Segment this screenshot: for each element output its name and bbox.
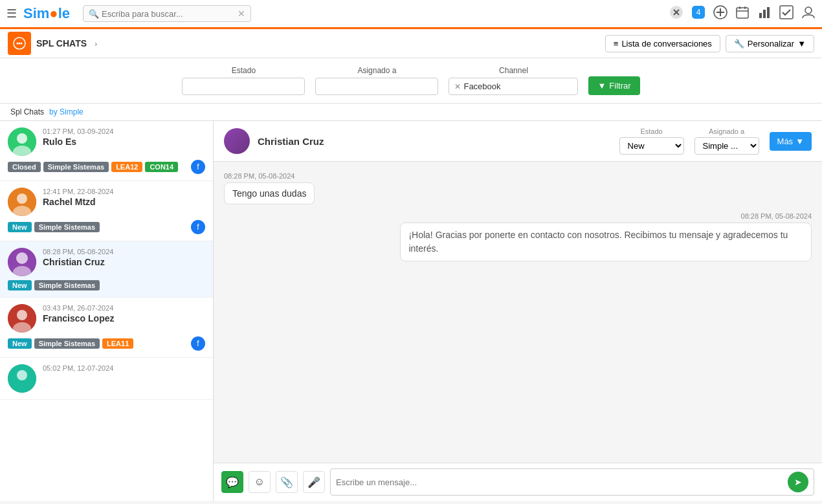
tag-simple-rachel: Simple Sistemas xyxy=(34,222,100,232)
tag-lea12: LEA12 xyxy=(111,162,142,172)
message-1: 08:28 PM, 05-08-2024 Tengo unas dudas xyxy=(224,172,315,204)
filter-icon: ▼ xyxy=(597,81,606,91)
search-input[interactable] xyxy=(102,9,238,19)
chat-time-5: 05:02 PM, 12-07-2024 xyxy=(43,364,205,372)
svg-point-34 xyxy=(17,370,27,380)
chat-time-francisco: 03:43 PM, 26-07-2024 xyxy=(43,304,205,312)
x-circle-icon[interactable] xyxy=(669,5,683,23)
lista-conversaciones-button[interactable]: ≡ Lista de conversaciones xyxy=(605,35,720,52)
spl-chats-link[interactable]: Spl Chats xyxy=(10,107,44,116)
message-tool-button[interactable]: 💬 xyxy=(221,471,243,493)
estado-control-group: Estado New xyxy=(619,127,684,155)
chat-tags-francisco: New Simple Sistemas LEA11 f xyxy=(8,336,205,351)
msg-bubble-1: Tengo unas dudas xyxy=(224,182,315,204)
svg-point-31 xyxy=(17,310,27,320)
chat-tags-rulo: Closed Simple Sistemas LEA12 CON14 f xyxy=(8,160,205,174)
chat-item-5[interactable]: 05:02 PM, 12-07-2024 xyxy=(0,358,213,400)
badge-4-icon[interactable]: 4 xyxy=(691,5,705,23)
avatar-5 xyxy=(8,364,36,393)
chat-time-rachel: 12:41 PM, 22-08-2024 xyxy=(43,188,205,195)
wrench-icon: 🔧 xyxy=(734,39,744,49)
chat-name-rulo: Rulo Es xyxy=(43,137,205,147)
chat-input-area[interactable]: ➤ xyxy=(330,468,814,496)
hamburger-icon[interactable]: ☰ xyxy=(6,6,17,21)
chat-item-rulo[interactable]: 01:27 PM, 03-09-2024 Rulo Es Closed Simp… xyxy=(0,121,213,181)
logo-dot: ● xyxy=(49,5,58,22)
chat-tags-christian: New Simple Sistemas xyxy=(8,280,205,290)
send-button[interactable]: ➤ xyxy=(788,472,808,492)
mic-tool-icon: 🎤 xyxy=(307,476,320,488)
channel-tag[interactable]: ✕ Facebook xyxy=(449,78,578,95)
mic-tool-button[interactable]: 🎤 xyxy=(303,471,325,493)
chat-item-francisco[interactable]: 03:43 PM, 26-07-2024 Francisco Lopez New… xyxy=(0,298,213,358)
breadcrumb-arrow-icon: › xyxy=(94,39,97,49)
asignado-control-group: Asignado a Simple ... xyxy=(694,127,759,155)
checkmark-icon[interactable] xyxy=(779,5,794,23)
tag-simple-francisco: Simple Sistemas xyxy=(34,338,100,349)
chat-meta-francisco: 03:43 PM, 26-07-2024 Francisco Lopez xyxy=(43,304,205,323)
tag-new-rachel: New xyxy=(8,222,32,232)
chat-name-francisco: Francisco Lopez xyxy=(43,313,205,323)
filtrar-button[interactable]: ▼ Filtrar xyxy=(588,76,639,95)
msg-time-2: 08:28 PM, 05-08-2024 xyxy=(400,212,812,220)
mas-dropdown-icon: ▼ xyxy=(795,137,804,146)
tag-new-christian: New xyxy=(8,280,32,290)
calendar-icon[interactable] xyxy=(735,5,750,23)
detail-avatar xyxy=(224,128,250,154)
breadcrumb: SPL CHATS xyxy=(36,38,87,49)
logo: Sim●le xyxy=(23,5,70,22)
dropdown-arrow-icon: ▼ xyxy=(797,39,806,49)
channel-label: Channel xyxy=(449,66,578,75)
emoji-tool-button[interactable]: ☺ xyxy=(249,471,271,493)
chat-toolbar: 💬 ☺ 📎 🎤 ➤ xyxy=(214,463,822,501)
estado-select[interactable]: New xyxy=(619,137,684,155)
chat-tags-rachel: New Simple Sistemas f xyxy=(8,220,205,234)
nav-chat-icon xyxy=(8,32,31,55)
svg-rect-13 xyxy=(763,10,766,18)
svg-point-19 xyxy=(19,43,21,45)
chat-item-rachel[interactable]: 12:41 PM, 22-08-2024 Rachel Mtzd New Sim… xyxy=(0,181,213,241)
personalizar-button[interactable]: 🔧 Personalizar ▼ xyxy=(726,35,814,52)
mas-button[interactable]: Más ▼ xyxy=(770,132,812,151)
plus-icon[interactable] xyxy=(713,5,728,23)
chart-icon[interactable] xyxy=(757,5,772,23)
estado-input[interactable] xyxy=(182,78,305,95)
chat-input[interactable] xyxy=(336,477,788,487)
asignado-control-label: Asignado a xyxy=(709,127,744,135)
tag-con14: CON14 xyxy=(145,162,178,172)
svg-rect-14 xyxy=(767,7,770,18)
attach-tool-button[interactable]: 📎 xyxy=(276,471,298,493)
asignado-input[interactable] xyxy=(315,78,438,95)
tag-new-francisco: New xyxy=(8,338,32,349)
chat-detail-header: Christian Cruz Estado New Asignado a Sim… xyxy=(214,121,822,162)
personalizar-label: Personalizar xyxy=(748,39,794,49)
remove-channel-icon[interactable]: ✕ xyxy=(454,82,461,91)
chat-item-christian[interactable]: 08:28 PM, 05-08-2024 Christian Cruz New … xyxy=(0,241,213,298)
svg-point-16 xyxy=(805,7,812,14)
chat-meta-christian: 08:28 PM, 05-08-2024 Christian Cruz xyxy=(43,248,205,267)
detail-contact-name: Christian Cruz xyxy=(258,136,612,147)
sub-nav-right: ≡ Lista de conversaciones 🔧 Personalizar… xyxy=(605,35,814,52)
attach-tool-icon: 📎 xyxy=(280,476,293,488)
chat-time-christian: 08:28 PM, 05-08-2024 xyxy=(43,248,205,256)
search-bar[interactable]: 🔍 ✕ xyxy=(83,5,251,22)
user-profile-icon[interactable] xyxy=(801,5,816,23)
svg-point-18 xyxy=(17,43,19,45)
asignado-label: Asignado a xyxy=(315,66,438,75)
filter-row: Estado Asignado a Channel ✕ Facebook ▼ F… xyxy=(0,58,822,104)
clear-search-icon[interactable]: ✕ xyxy=(238,8,245,19)
tag-simple-sistemas: Simple Sistemas xyxy=(43,162,109,172)
svg-point-20 xyxy=(21,43,23,45)
emoji-tool-icon: ☺ xyxy=(254,476,265,488)
msg-time-1: 08:28 PM, 05-08-2024 xyxy=(224,172,315,180)
by-simple-link[interactable]: by Simple xyxy=(49,107,83,116)
chat-meta-5: 05:02 PM, 12-07-2024 xyxy=(43,364,205,373)
avatar-francisco xyxy=(8,304,36,333)
filtrar-label: Filtrar xyxy=(609,81,630,91)
sub-nav-left: SPL CHATS › xyxy=(8,32,97,55)
chat-meta-rulo: 01:27 PM, 03-09-2024 Rulo Es xyxy=(43,127,205,147)
asignado-select[interactable]: Simple ... xyxy=(694,137,759,155)
info-bar: Spl Chats by Simple xyxy=(0,104,822,121)
lista-conversaciones-label: Lista de conversaciones xyxy=(621,39,711,49)
svg-rect-12 xyxy=(759,13,762,18)
